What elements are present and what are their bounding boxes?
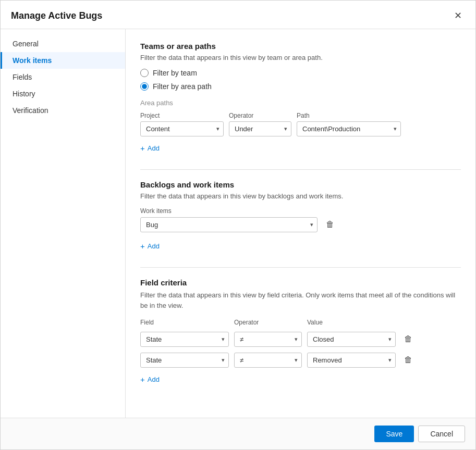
backlogs-section-desc: Filter the data that appears in this vie…: [140, 192, 461, 200]
teams-section-desc: Filter the data that appears in this vie…: [140, 54, 461, 61]
path-select-wrapper: Content\Production ▾: [297, 121, 401, 136]
field-criteria-desc: Filter the data that appears in this vie…: [140, 290, 461, 310]
area-paths-label: Area paths: [140, 99, 461, 107]
field-criteria-section: Field criteria Filter the data that appe…: [140, 278, 461, 386]
sidebar-item-verification[interactable]: Verification: [1, 102, 125, 119]
delete-criteria-2-button[interactable]: 🗑: [401, 352, 416, 368]
field-criteria-row-1: State ▾ ≠ ▾ Closed ▾: [140, 331, 461, 347]
work-items-group: Work items Bug ▾ 🗑: [140, 207, 461, 238]
manage-active-bugs-dialog: Manage Active Bugs ✕ General Work items …: [0, 0, 476, 450]
add-workitem-button[interactable]: + Add: [140, 240, 160, 253]
value-2-select[interactable]: Removed: [307, 353, 396, 368]
divider-2: [140, 267, 461, 268]
value-2-select-wrapper: Removed ▾: [307, 353, 396, 368]
operator-2-select[interactable]: ≠: [234, 353, 302, 368]
work-item-select-wrapper: Bug ▾: [140, 217, 318, 232]
field-1-select-wrapper: State ▾: [140, 332, 229, 347]
work-items-row: Bug ▾ 🗑: [140, 217, 461, 232]
operator-select-wrapper: Under ▾: [229, 121, 291, 136]
main-content: Teams or area paths Filter the data that…: [126, 29, 475, 418]
filter-by-area-radio[interactable]: [140, 82, 149, 91]
work-item-select[interactable]: Bug: [140, 217, 318, 232]
add-criteria-icon: +: [140, 375, 145, 384]
delete-criteria-1-button[interactable]: 🗑: [401, 331, 416, 347]
dialog-footer: Save Cancel: [1, 418, 475, 449]
project-select-wrapper: Content ▾: [140, 121, 224, 136]
operator-group: Operator Under ▾: [229, 112, 291, 136]
project-group: Project Content ▾: [140, 112, 224, 136]
field-criteria-row-2: State ▾ ≠ ▾ Removed ▾: [140, 352, 461, 368]
add-workitem-icon: +: [140, 242, 145, 251]
field-criteria-headers: Field Operator Value: [140, 318, 461, 326]
work-items-label: Work items: [140, 207, 461, 215]
delete-workitem-button[interactable]: 🗑: [323, 217, 337, 232]
field-col-label: Field: [140, 319, 154, 326]
add-area-path-button[interactable]: + Add: [140, 142, 160, 155]
sidebar-item-fields[interactable]: Fields: [1, 69, 125, 85]
value-col-label: Value: [307, 319, 323, 326]
dialog-title: Manage Active Bugs: [11, 10, 102, 21]
project-select[interactable]: Content: [140, 121, 224, 136]
teams-section-title: Teams or area paths: [140, 42, 461, 51]
path-select[interactable]: Content\Production: [297, 121, 401, 136]
project-label: Project: [140, 112, 224, 119]
trash-icon: 🗑: [326, 220, 334, 229]
field-2-select[interactable]: State: [140, 353, 229, 368]
field-2-select-wrapper: State ▾: [140, 353, 229, 368]
sidebar: General Work items Fields History Verifi…: [1, 29, 126, 418]
filter-radio-group: Filter by team Filter by area path: [140, 69, 461, 91]
close-button[interactable]: ✕: [451, 9, 465, 22]
path-group: Path Content\Production ▾: [297, 112, 401, 136]
operator-1-select[interactable]: ≠: [234, 332, 302, 347]
path-label: Path: [297, 112, 401, 119]
sidebar-item-general[interactable]: General: [1, 35, 125, 52]
trash-2-icon: 🗑: [404, 355, 412, 365]
dialog-body: General Work items Fields History Verifi…: [1, 29, 475, 418]
operator-select[interactable]: Under: [229, 121, 291, 136]
dialog-header: Manage Active Bugs ✕: [1, 1, 475, 29]
backlogs-section: Backlogs and work items Filter the data …: [140, 180, 461, 253]
field-criteria-title: Field criteria: [140, 278, 461, 287]
operator-1-select-wrapper: ≠ ▾: [234, 332, 302, 347]
filter-by-team-radio[interactable]: [140, 69, 149, 77]
operator-label: Operator: [229, 112, 291, 119]
value-1-select[interactable]: Closed: [307, 332, 396, 347]
sidebar-item-work-items[interactable]: Work items: [1, 52, 125, 69]
trash-1-icon: 🗑: [404, 334, 412, 344]
add-area-path-icon: +: [140, 144, 145, 153]
divider-1: [140, 169, 461, 170]
save-button[interactable]: Save: [374, 426, 414, 442]
add-field-criteria-button[interactable]: + Add: [140, 373, 160, 386]
operator-col-label: Operator: [234, 319, 259, 326]
field-1-select[interactable]: State: [140, 332, 229, 347]
sidebar-item-history[interactable]: History: [1, 85, 125, 102]
value-1-select-wrapper: Closed ▾: [307, 332, 396, 347]
filter-by-team-option[interactable]: Filter by team: [140, 69, 461, 77]
backlogs-section-title: Backlogs and work items: [140, 180, 461, 189]
operator-2-select-wrapper: ≠ ▾: [234, 353, 302, 368]
cancel-button[interactable]: Cancel: [418, 426, 465, 442]
area-paths-row: Project Content ▾ Operator Under: [140, 112, 461, 136]
filter-by-area-option[interactable]: Filter by area path: [140, 82, 461, 91]
teams-section: Teams or area paths Filter the data that…: [140, 42, 461, 155]
